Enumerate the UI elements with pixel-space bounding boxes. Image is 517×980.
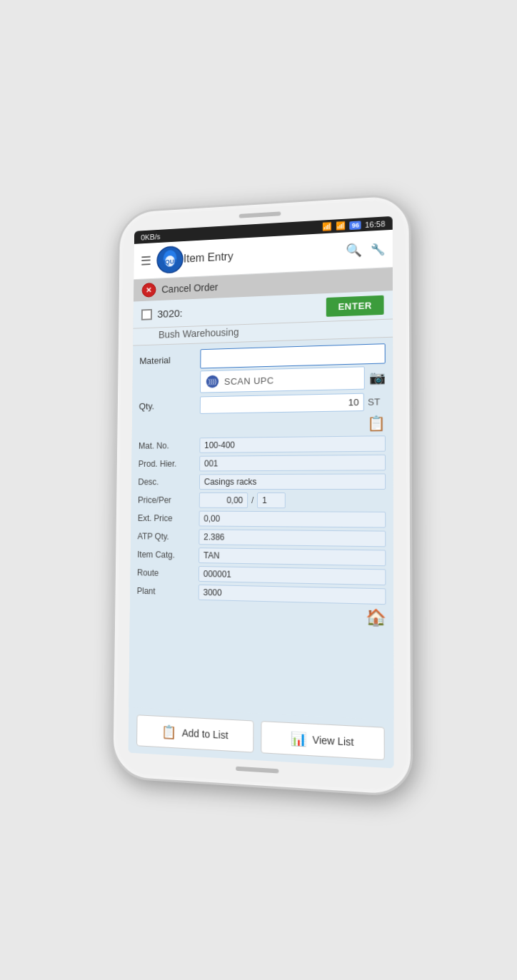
- plant-value: 3000: [199, 584, 386, 604]
- home-icon[interactable]: 🏠: [366, 607, 386, 627]
- material-input-row: Material: [139, 343, 386, 370]
- qty-input[interactable]: [200, 393, 364, 413]
- time-display: 16:58: [365, 218, 385, 228]
- svg-text:LIQUID: LIQUID: [160, 258, 181, 266]
- price-unit: 1: [257, 492, 286, 507]
- plant-label: Plant: [137, 585, 199, 597]
- qty-unit: ST: [368, 396, 386, 408]
- material-label: Material: [139, 353, 200, 365]
- prod-hier-value: 001: [199, 454, 386, 471]
- price-per-label: Price/Per: [138, 495, 199, 505]
- cancel-label: Cancel Order: [161, 281, 218, 295]
- prod-hier-row: Prod. Hier. 001: [139, 454, 386, 471]
- mat-no-label: Mat. No.: [139, 440, 200, 451]
- cancel-bug-icon: ✕: [141, 282, 156, 298]
- scan-row: )))) SCAN UPC 📷: [200, 365, 386, 393]
- item-catg-row: Item Catg. TAN: [137, 547, 386, 566]
- desc-row: Desc. Casings racks: [138, 473, 386, 490]
- phone-device: 0KB/s 📶 📶 96 16:58 ☰ LIQUID Item Entry 🔍…: [111, 193, 413, 797]
- settings-icon[interactable]: 🔧: [371, 241, 386, 256]
- desc-value: Casings racks: [199, 473, 386, 490]
- network-speed: 0KB/s: [141, 232, 160, 241]
- mat-no-value: 100-400: [199, 435, 386, 453]
- scan-box: )))) SCAN UPC: [200, 366, 365, 393]
- item-catg-value: TAN: [199, 547, 386, 566]
- qty-label: Qty.: [139, 400, 200, 411]
- item-catg-label: Item Catg.: [137, 549, 199, 560]
- prod-hier-label: Prod. Hier.: [139, 458, 200, 468]
- view-list-label: View List: [313, 734, 354, 748]
- route-value: 000001: [199, 565, 386, 585]
- plant-row: Plant 3000: [137, 583, 386, 605]
- hamburger-icon[interactable]: ☰: [141, 253, 151, 268]
- battery-level: 96: [350, 220, 361, 229]
- app-logo: LIQUID: [156, 245, 184, 273]
- details-icon[interactable]: 📋: [367, 414, 386, 432]
- company-name: Bush Warehousing: [159, 326, 239, 340]
- route-label: Route: [137, 567, 199, 578]
- ext-price-label: Ext. Price: [138, 513, 199, 523]
- camera-icon[interactable]: 📷: [369, 369, 386, 385]
- phone-screen: 0KB/s 📶 📶 96 16:58 ☰ LIQUID Item Entry 🔍…: [129, 216, 394, 768]
- price-per-row: Price/Per 0,00 / 1: [138, 492, 386, 508]
- svg-text:✕: ✕: [146, 286, 152, 294]
- signal-icon: 📶: [336, 221, 346, 231]
- phone-speaker-top: [239, 211, 281, 218]
- view-list-icon: 📊: [291, 730, 307, 747]
- ext-price-value: 0,00: [199, 510, 386, 527]
- atp-qty-label: ATP Qty.: [137, 531, 199, 542]
- phone-speaker-bottom: [236, 766, 278, 773]
- order-checkbox[interactable]: [141, 308, 152, 320]
- price-separator: /: [251, 495, 254, 505]
- price-per-value-row: 0,00 / 1: [199, 492, 386, 508]
- ext-price-row: Ext. Price 0,00: [138, 510, 386, 527]
- app-title: Item Entry: [184, 244, 346, 265]
- desc-label: Desc.: [138, 477, 199, 487]
- status-bar-right: 📶 📶 96 16:58: [322, 218, 385, 231]
- wifi-icon: 📶: [322, 221, 332, 231]
- qty-input-wrap: ST: [200, 393, 386, 414]
- mat-no-row: Mat. No. 100-400: [139, 435, 386, 453]
- atp-qty-row: ATP Qty. 2.386: [137, 528, 386, 547]
- view-list-button[interactable]: 📊 View List: [261, 721, 385, 760]
- price-value: 0,00: [199, 492, 248, 507]
- details-icon-row: 📋: [139, 414, 386, 435]
- order-number: 3020:: [157, 300, 326, 319]
- scan-barcode-icon: )))): [206, 375, 219, 388]
- atp-qty-value: 2.386: [199, 529, 386, 547]
- add-to-list-label: Add to List: [182, 727, 229, 741]
- home-icon-wrap: 🏠: [136, 602, 386, 627]
- content-area: Material )))) SCAN UPC 📷 Qty.: [129, 337, 393, 719]
- scan-label: SCAN UPC: [224, 375, 274, 386]
- enter-button[interactable]: ENTER: [326, 295, 383, 316]
- route-row: Route 000001: [137, 565, 386, 585]
- material-section: Material )))) SCAN UPC 📷: [139, 343, 386, 394]
- qty-row: Qty. ST: [139, 393, 385, 415]
- material-input[interactable]: [200, 343, 385, 368]
- add-to-list-icon: 📋: [161, 724, 176, 740]
- add-to-list-button[interactable]: 📋 Add to List: [136, 714, 254, 752]
- search-icon[interactable]: 🔍: [346, 242, 361, 258]
